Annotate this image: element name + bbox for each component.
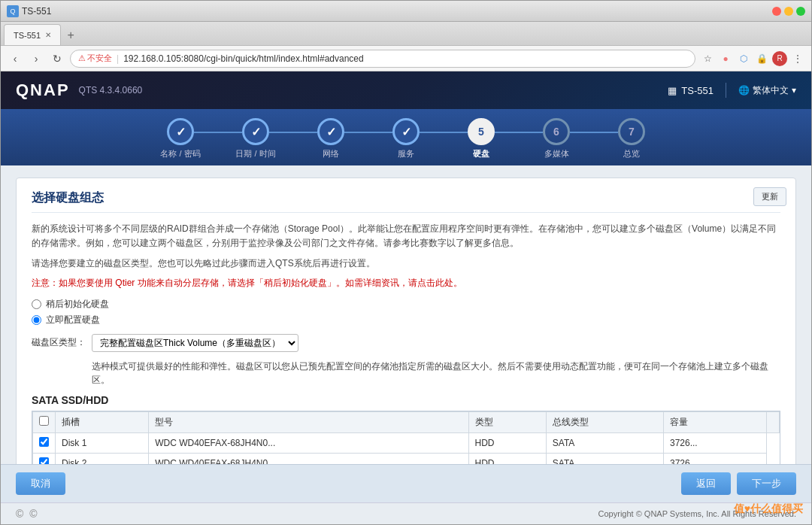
security-warning: ⚠ 不安全 (78, 53, 112, 64)
radio-later[interactable] (32, 299, 41, 309)
step-5-number: 5 (478, 126, 484, 138)
next-button[interactable]: 下一步 (737, 472, 796, 495)
cancel-button[interactable]: 取消 (16, 472, 65, 495)
radio-group: 稍后初始化硬盘 立即配置硬盘 (32, 298, 780, 326)
table-row: Disk 2 WDC WD40EFAX-68JH4N0... HDD SATA … (33, 453, 780, 464)
forward-button[interactable]: › (28, 50, 44, 67)
footer-icons: © © (16, 508, 38, 520)
disk-table-body: Disk 1 WDC WD40EFAX-68JH4N0... HDD SATA … (33, 432, 780, 464)
disk-table-wrapper: 插槽 型号 类型 总线类型 容量 Disk (32, 411, 780, 464)
main-area: 选择硬盘组态 更新 新的系统设计可将多个不同层级的RAID群组合并成一个存储池（… (1, 165, 811, 464)
wizard-bar: ✓ 名称 / 密码 ✓ 日期 / 时间 ✓ 网络 (1, 109, 811, 165)
device-icon: ▦ (668, 85, 677, 96)
refresh-button[interactable]: 更新 (753, 187, 786, 206)
disk-bus-0: SATA (546, 432, 663, 453)
step-5-label: 硬盘 (473, 148, 489, 159)
address-input-container[interactable]: ⚠ 不安全 | 192.168.0.105:8080/cgi-bin/quick… (70, 50, 695, 68)
radio-item-later: 稍后初始化硬盘 (32, 298, 780, 311)
step-6-number: 6 (553, 126, 559, 138)
step-4-circle: ✓ (392, 118, 420, 145)
title-bar: Q TS-551 (1, 1, 811, 22)
back-button[interactable]: ‹ (7, 50, 23, 67)
step-6-label: 多媒体 (544, 148, 569, 159)
note-text: 注意：如果您要使用 Qtier 功能来自动分层存储，请选择「稍后初始化硬盘」。如… (32, 276, 780, 290)
globe-icon: 🌐 (738, 85, 750, 96)
content-panel: 选择硬盘组态 更新 新的系统设计可将多个不同层级的RAID群组合并成一个存储池（… (16, 178, 796, 464)
browser-tab[interactable]: TS-551 ✕ (4, 24, 61, 45)
wizard-step-6: 6 多媒体 (519, 118, 594, 159)
back-button-main[interactable]: 返回 (681, 472, 731, 495)
toolbar-icons: ☆ ● ⬡ 🔒 R ⋮ (700, 51, 805, 66)
th-scroll-spacer (767, 411, 780, 432)
disk-checkbox-1[interactable] (39, 457, 49, 464)
extension-icon5[interactable]: ⋮ (790, 51, 805, 66)
wizard-step-2: ✓ 日期 / 时间 (218, 118, 293, 159)
step-2-circle: ✓ (242, 118, 269, 145)
th-model: 型号 (149, 411, 468, 432)
wizard-steps: ✓ 名称 / 密码 ✓ 日期 / 时间 ✓ 网络 (143, 118, 669, 159)
description-2: 请选择您要建立的磁盘区类型。您也可以先略过此步骤而进入QTS系统后再进行设置。 (32, 256, 780, 271)
sata-section-title: SATA SSD/HDD (32, 394, 780, 406)
browser-window: Q TS-551 TS-551 ✕ + ‹ › ↻ ⚠ 不安全 | 192.16… (0, 0, 812, 525)
table-header-row: 插槽 型号 类型 总线类型 容量 (33, 411, 780, 432)
footer-icon-1: © (16, 508, 23, 520)
extension-icon2[interactable]: ⬡ (736, 51, 751, 66)
tab-label: TS-551 (14, 31, 41, 40)
nav-buttons: 返回 下一步 (681, 472, 796, 495)
disk-type-label: 磁盘区类型： (32, 336, 86, 349)
step-5-circle: 5 (468, 118, 495, 145)
disk-checkbox-0[interactable] (39, 437, 49, 447)
qts-version: QTS 4.3.4.0660 (79, 85, 143, 96)
step-3-label: 网络 (323, 148, 339, 159)
window-minimize-btn[interactable] (784, 7, 793, 16)
step-1-circle: ✓ (167, 118, 194, 145)
device-name: ▦ TS-551 (668, 85, 714, 96)
lang-dropdown-icon: ▾ (792, 85, 796, 96)
wizard-step-3: ✓ 网络 (293, 118, 368, 159)
step-1-check: ✓ (176, 125, 186, 139)
step-3-circle: ✓ (317, 118, 344, 145)
window-close-btn[interactable] (772, 7, 781, 16)
th-type: 类型 (468, 411, 546, 432)
table-row: Disk 1 WDC WD40EFAX-68JH4N0... HDD SATA … (33, 432, 780, 453)
disk-check-cell-0 (33, 432, 56, 453)
reload-button[interactable]: ↻ (49, 50, 65, 67)
watermark: 值♥什么值得买 (734, 502, 803, 516)
disk-type-description: 选种模式可提供最好的性能和弹性。磁盘区可以您从已预先配置空间的存储池指定所需的磁… (92, 360, 780, 387)
wizard-step-7: 7 总览 (594, 118, 669, 159)
radio-later-label[interactable]: 稍后初始化硬盘 (46, 298, 109, 311)
new-tab-button[interactable]: + (61, 26, 80, 45)
qnap-right: ▦ TS-551 🌐 繁体中文 ▾ (668, 83, 796, 98)
radio-now-label[interactable]: 立即配置硬盘 (46, 314, 100, 326)
step-4-label: 服务 (398, 148, 414, 159)
step-1-label: 名称 / 密码 (160, 148, 200, 159)
extension-icon3[interactable]: 🔒 (754, 51, 769, 66)
disk-table: 插槽 型号 类型 总线类型 容量 Disk (32, 411, 780, 464)
step-7-label: 总览 (623, 148, 640, 159)
window-maximize-btn[interactable] (796, 7, 805, 16)
step-3-check: ✓ (326, 125, 336, 139)
disk-bus-1: SATA (546, 453, 663, 464)
radio-item-now: 立即配置硬盘 (32, 314, 780, 326)
disk-slot-1: Disk 2 (56, 453, 149, 464)
language-selector[interactable]: 🌐 繁体中文 ▾ (738, 84, 796, 97)
disk-capacity-1: 3726... (663, 453, 766, 464)
th-slot: 插槽 (56, 411, 149, 432)
disk-model-0: WDC WD40EFAX-68JH4N0... (149, 432, 468, 453)
th-capacity: 容量 (663, 411, 766, 432)
page-footer: © © Copyright © QNAP Systems, Inc. All R… (1, 502, 811, 524)
radio-now[interactable] (32, 315, 41, 325)
step-6-circle: 6 (543, 118, 570, 145)
step-7-number: 7 (629, 126, 635, 138)
extension-icon1[interactable]: ● (718, 51, 733, 66)
title-text: TS-551 (22, 6, 51, 17)
qnap-header: QNAP QTS 4.3.4.0660 ▦ TS-551 🌐 繁体中文 ▾ (1, 71, 811, 109)
disk-type-select[interactable]: 完整配置磁盘区Thick Volume（多重磁盘区） (92, 334, 298, 352)
extension-icon4[interactable]: R (772, 51, 787, 66)
bookmark-icon[interactable]: ☆ (700, 51, 715, 66)
step-2-check: ✓ (251, 125, 261, 139)
select-all-checkbox[interactable] (39, 416, 49, 426)
th-bus: 总线类型 (546, 411, 663, 432)
th-check (33, 411, 56, 432)
tab-close-btn[interactable]: ✕ (45, 31, 51, 39)
